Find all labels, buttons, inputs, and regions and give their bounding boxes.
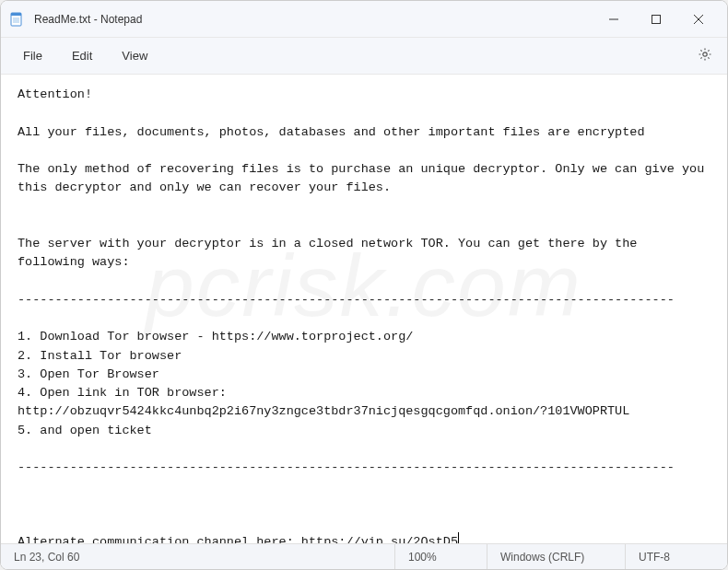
status-eol: Windows (CRLF) <box>487 544 626 569</box>
menu-view[interactable]: View <box>107 43 162 68</box>
settings-button[interactable] <box>690 41 720 71</box>
text-content: Attention! All your files, documents, ph… <box>18 87 711 543</box>
close-button[interactable] <box>677 5 720 34</box>
text-area[interactable]: Attention! All your files, documents, ph… <box>1 75 727 543</box>
menu-edit[interactable]: Edit <box>57 43 107 68</box>
title-left: ReadMe.txt - Notepad <box>8 11 593 28</box>
gear-icon <box>698 47 712 65</box>
svg-rect-6 <box>652 15 661 23</box>
menu-file[interactable]: File <box>8 43 57 68</box>
text-caret <box>458 532 459 543</box>
maximize-button[interactable] <box>635 5 677 34</box>
svg-rect-1 <box>11 13 21 16</box>
status-encoding: UTF-8 <box>626 544 727 569</box>
status-zoom[interactable]: 100% <box>395 544 487 569</box>
minimize-button[interactable] <box>593 5 635 34</box>
menu-items: File Edit View <box>8 43 690 68</box>
window-title: ReadMe.txt - Notepad <box>34 13 142 26</box>
notepad-window: ReadMe.txt - Notepad File Edit View <box>0 0 728 570</box>
titlebar: ReadMe.txt - Notepad <box>1 1 727 38</box>
window-controls <box>593 5 720 34</box>
menubar: File Edit View <box>1 38 727 75</box>
statusbar: Ln 23, Col 60 100% Windows (CRLF) UTF-8 <box>1 543 727 569</box>
notepad-icon <box>8 11 25 28</box>
svg-point-9 <box>703 52 707 55</box>
status-position: Ln 23, Col 60 <box>1 544 395 569</box>
